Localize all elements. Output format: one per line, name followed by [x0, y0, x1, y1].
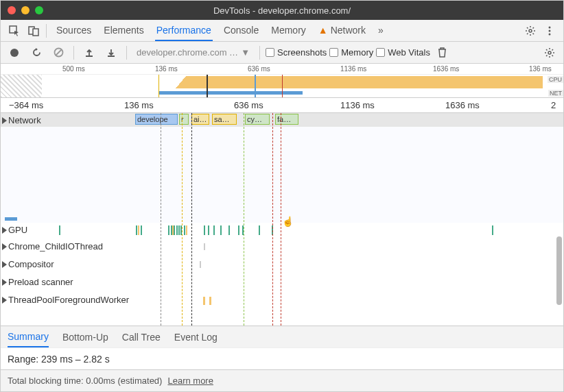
row-label: Preload scanner — [8, 277, 73, 287]
compositor-row[interactable]: Compositor — [1, 257, 563, 275]
gpu-tick — [168, 225, 169, 235]
profile-selector[interactable]: developer.chrome.com … ▼ — [132, 46, 254, 59]
ruler-tick: 636 ms — [234, 100, 263, 110]
gpu-tick — [213, 225, 215, 235]
child-io-row[interactable]: Chrome_ChildIOThread — [1, 239, 563, 257]
more-tabs-icon[interactable]: » — [377, 21, 385, 40]
window-title: DevTools - developer.chrome.com/ — [1, 5, 563, 16]
checkbox-icon — [266, 48, 274, 57]
call-tree-tab[interactable]: Call Tree — [122, 328, 161, 347]
row-header[interactable]: Network — [2, 115, 41, 125]
network-request-segment[interactable]: sa… — [212, 114, 237, 125]
gpu-tick — [176, 225, 178, 235]
tbt-text: Total blocking time: 0.00ms (estimated) — [8, 376, 162, 386]
tbt-footer: Total blocking time: 0.00ms (estimated) … — [1, 369, 563, 391]
svg-point-3 — [529, 29, 532, 32]
gpu-tick — [204, 225, 205, 235]
row-label: GPU — [8, 225, 27, 235]
event-log-tab[interactable]: Event Log — [174, 328, 218, 347]
range-text: Range: 239 ms – 2.82 s — [8, 354, 110, 365]
disclosure-triangle-icon[interactable] — [2, 297, 7, 304]
gpu-tick — [174, 225, 175, 235]
device-toolbar-icon[interactable] — [24, 21, 43, 40]
network-request-segment[interactable]: ai… — [191, 114, 209, 125]
screenshots-checkbox[interactable]: Screenshots — [266, 47, 327, 58]
row-header[interactable]: GPU — [2, 225, 27, 235]
disclosure-triangle-icon[interactable] — [2, 243, 7, 250]
learn-more-link[interactable]: Learn more — [167, 376, 213, 386]
clear-button[interactable] — [49, 43, 68, 62]
flame-ruler[interactable]: −364 ms 136 ms 636 ms 1136 ms 1636 ms 2 — [1, 98, 563, 113]
row-label: Network — [8, 115, 41, 125]
row-header[interactable]: ThreadPoolForegroundWorker — [2, 295, 129, 305]
bottom-up-tab[interactable]: Bottom-Up — [62, 328, 108, 347]
tab-sources[interactable]: Sources — [55, 21, 93, 40]
ruler-tick: 1136 ms — [340, 100, 375, 110]
reload-record-button[interactable] — [27, 43, 46, 62]
inspect-element-icon[interactable] — [5, 21, 24, 40]
vertical-scrollbar[interactable] — [556, 236, 562, 305]
network-row[interactable]: Network developerai…sa…cy…fa… — [1, 113, 563, 127]
network-request-segment[interactable]: fa… — [275, 114, 298, 125]
record-button[interactable] — [5, 43, 24, 62]
chevron-down-icon: ▼ — [241, 47, 250, 58]
timeline-overview[interactable]: 500 ms 136 ms 636 ms 1136 ms 1636 ms 136… — [1, 64, 563, 98]
row-header[interactable]: Preload scanner — [2, 277, 73, 287]
net-label: NET — [548, 90, 563, 97]
gc-trash-icon[interactable] — [433, 43, 452, 62]
network-track[interactable]: developerai…sa…cy…fa… — [1, 113, 563, 127]
overview-tick: 136 ms — [155, 65, 178, 73]
preload-scanner-row[interactable]: Preload scanner — [1, 275, 563, 293]
gpu-tick — [184, 225, 185, 235]
task-tick — [209, 297, 211, 305]
network-request-segment[interactable]: r — [179, 114, 189, 125]
gpu-tick — [178, 225, 180, 235]
network-request-segment[interactable]: cy… — [245, 114, 270, 125]
flame-chart[interactable]: Network developerai…sa…cy…fa… GPU Chrome… — [1, 113, 563, 326]
tab-memory[interactable]: Memory — [270, 21, 307, 40]
timeline-marker-line — [244, 113, 244, 326]
row-header[interactable]: Compositor — [2, 259, 54, 269]
disclosure-triangle-icon[interactable] — [2, 261, 7, 268]
tab-elements[interactable]: Elements — [102, 21, 145, 40]
cpu-track — [186, 76, 543, 88]
range-summary: Range: 239 ms – 2.82 s — [1, 347, 563, 369]
gpu-tick — [59, 225, 60, 235]
ruler-tick: 1636 ms — [445, 100, 480, 110]
tab-console[interactable]: Console — [222, 21, 260, 40]
upload-profile-icon[interactable] — [80, 43, 99, 62]
timeline-marker-line — [182, 113, 183, 326]
checkbox-icon — [376, 48, 385, 57]
tab-performance[interactable]: Performance — [155, 21, 213, 41]
settings-gear-icon[interactable] — [521, 21, 540, 40]
timeline-marker-line — [281, 113, 281, 326]
ruler-tick: −364 ms — [9, 100, 43, 110]
kebab-menu-icon[interactable] — [540, 21, 559, 40]
overview-marker — [158, 75, 159, 97]
tab-network[interactable]: ▲Network — [317, 21, 367, 40]
row-label: Compositor — [8, 259, 54, 269]
divider — [73, 46, 74, 60]
summary-tab[interactable]: Summary — [8, 327, 49, 347]
overview-tick: 1636 ms — [433, 65, 459, 73]
tab-network-label: Network — [331, 25, 366, 36]
gpu-tick — [186, 225, 187, 235]
web-vitals-checkbox[interactable]: Web Vitals — [376, 47, 430, 58]
overview-marker — [207, 75, 208, 97]
disclosure-triangle-icon[interactable] — [2, 227, 7, 234]
overview-tick: 636 ms — [248, 65, 270, 73]
cpu-ramp — [176, 76, 186, 88]
download-profile-icon[interactable] — [102, 43, 121, 62]
timeline-marker-line — [191, 113, 192, 326]
threadpool-row[interactable]: ThreadPoolForegroundWorker — [1, 293, 563, 310]
overview-marker — [255, 75, 256, 97]
network-request-segment[interactable]: develope — [135, 114, 178, 125]
gpu-tick — [220, 225, 222, 235]
disclosure-triangle-icon[interactable] — [2, 117, 7, 124]
panel-tabs: Sources Elements Performance Console Mem… — [55, 21, 385, 40]
capture-settings-gear-icon[interactable] — [540, 43, 559, 62]
svg-point-10 — [548, 51, 551, 54]
disclosure-triangle-icon[interactable] — [2, 279, 7, 286]
memory-checkbox[interactable]: Memory — [329, 47, 373, 58]
row-header[interactable]: Chrome_ChildIOThread — [2, 241, 103, 252]
